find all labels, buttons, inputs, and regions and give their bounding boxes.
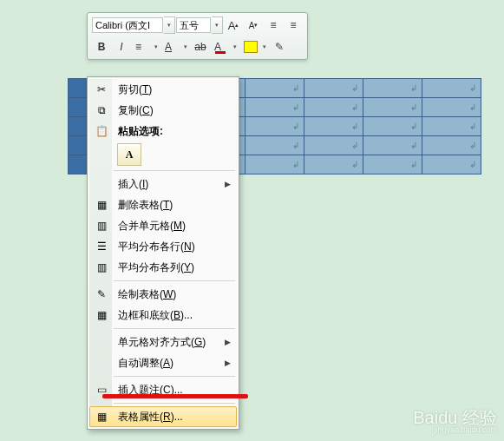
submenu-arrow-icon: ▶ [225,180,231,188]
table-properties-icon: ▦ [94,409,109,425]
cell[interactable] [304,98,363,117]
align-button[interactable]: ≡ [132,37,160,56]
menu-label: 合并单元格(M) [118,219,186,234]
menu-label: 平均分布各行(N) [118,240,195,254]
menu-copy[interactable]: ⧉ 复制(C) [89,100,237,121]
menu-table-properties[interactable]: ▦ 表格属性(R)... [89,406,237,427]
menu-separator [114,170,235,171]
cell[interactable] [363,117,422,136]
menu-draw-table[interactable]: ✎ 绘制表格(W) [89,284,237,305]
cell[interactable] [363,79,422,98]
mini-toolbar: ▾ ▾ A▴ A▾ ≡ ≡ B I ≡ A ab A ✎ [87,12,308,60]
menu-separator [114,280,235,281]
clipboard-icon: 📋 [94,123,109,139]
highlight-swatch-icon [244,41,258,53]
menu-separator [114,376,235,377]
cell[interactable] [245,155,304,174]
delete-table-icon: ▦ [94,197,109,213]
submenu-arrow-icon: ▶ [225,359,231,367]
italic-button[interactable]: I [112,37,131,56]
menu-label: 平均分布各列(Y) [118,260,194,275]
menu-cut[interactable]: ✂ 剪切(T) [89,79,237,100]
scissors-icon: ✂ [94,82,109,97]
copy-icon: ⧉ [94,102,109,118]
underline-button[interactable]: A [161,37,190,56]
menu-label: 单元格对齐方式(G) [118,335,206,350]
cell[interactable] [304,117,363,136]
menu-delete-table[interactable]: ▦ 删除表格(T) [89,194,237,215]
borders-icon: ▦ [94,307,109,323]
decrease-indent-button[interactable]: ≡ [264,16,283,35]
paste-options-row: A [89,142,237,168]
watermark: Baidu 经验 jingyan.baidu.com [413,409,497,434]
shrink-font-button[interactable]: A▾ [244,16,263,35]
cell[interactable] [245,117,304,136]
watermark-sub: jingyan.baidu.com [413,426,497,434]
menu-separator [114,328,235,329]
menu-autofit[interactable]: 自动调整(A) ▶ [89,352,237,373]
annotation-redline [102,394,248,398]
menu-label: 剪切(T) [118,82,152,97]
merge-cells-icon: ▥ [94,218,109,234]
paste-keep-formatting-button[interactable]: A [117,143,141,166]
menu-label: 粘贴选项: [118,124,163,139]
menu-dist-cols[interactable]: ▥ 平均分布各列(Y) [89,257,237,278]
menu-label: 绘制表格(W) [118,287,176,302]
cell[interactable] [422,117,481,136]
cell[interactable] [304,155,363,174]
strikethrough-button[interactable]: ab [191,37,210,56]
menu-label: 删除表格(T) [118,198,173,213]
menu-insert[interactable]: 插入(I) ▶ [89,174,237,194]
menu-merge-cells[interactable]: ▥ 合并单元格(M) [89,215,237,236]
font-color-button[interactable]: A [211,37,239,56]
menu-label: 自动调整(A) [118,356,173,371]
cell[interactable] [245,136,304,155]
menu-paste-header: 📋 粘贴选项: [89,121,237,142]
cell[interactable] [422,155,481,174]
pencil-icon: ✎ [94,286,109,302]
submenu-arrow-icon: ▶ [225,338,231,346]
font-size-input[interactable] [176,17,211,33]
cell[interactable] [363,136,422,155]
cell[interactable] [363,98,422,117]
menu-dist-rows[interactable]: ☰ 平均分布各行(N) [89,236,237,257]
cell[interactable] [422,79,481,98]
distribute-cols-icon: ▥ [94,260,109,275]
cell[interactable] [304,136,363,155]
font-size-dropdown[interactable]: ▾ [212,16,223,34]
menu-cell-align[interactable]: 单元格对齐方式(G) ▶ [89,332,237,352]
cell[interactable] [422,98,481,117]
distribute-rows-icon: ☰ [94,239,109,254]
increase-indent-button[interactable]: ≡ [284,16,303,35]
cell[interactable] [422,136,481,155]
menu-separator [114,403,235,404]
context-menu: ✂ 剪切(T) ⧉ 复制(C) 📋 粘贴选项: A 插入(I) ▶ ▦ 删除表格… [87,76,239,430]
font-name-dropdown[interactable]: ▾ [164,16,175,34]
bold-button[interactable]: B [92,37,111,56]
format-painter-button[interactable]: ✎ [270,37,289,56]
menu-label: 表格属性(R)... [118,410,183,425]
cell[interactable] [304,79,363,98]
menu-label: 插入(I) [118,177,148,192]
menu-label: 复制(C) [118,103,154,118]
menu-borders-shading[interactable]: ▦ 边框和底纹(B)... [89,305,237,326]
cell[interactable] [363,155,422,174]
cell[interactable] [245,98,304,117]
font-name-input[interactable] [92,17,163,33]
watermark-brand: Baidu 经验 [413,408,497,427]
cell[interactable] [245,79,304,98]
grow-font-button[interactable]: A▴ [224,16,243,35]
highlight-button[interactable] [240,37,269,56]
menu-label: 边框和底纹(B)... [118,308,193,323]
